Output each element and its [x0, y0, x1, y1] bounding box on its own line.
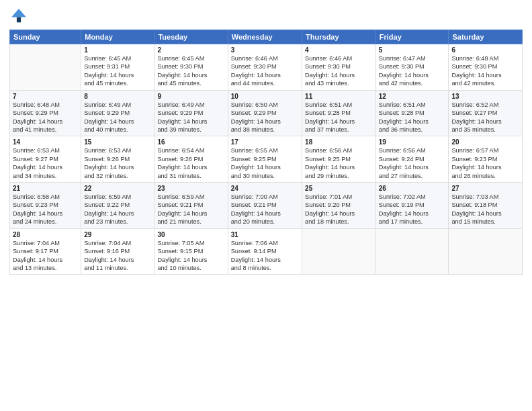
- day-number: 26: [379, 185, 446, 192]
- day-number: 31: [231, 231, 299, 238]
- cell-text: Sunrise: 6:46 AM Sunset: 9:30 PM Dayligh…: [305, 54, 373, 88]
- day-number: 2: [157, 46, 224, 54]
- calendar-cell: 16Sunrise: 6:54 AM Sunset: 9:26 PM Dayli…: [154, 136, 228, 183]
- cell-text: Sunrise: 6:48 AM Sunset: 9:30 PM Dayligh…: [451, 54, 519, 88]
- day-number: 27: [451, 185, 519, 192]
- cell-text: Sunrise: 6:52 AM Sunset: 9:27 PM Dayligh…: [451, 101, 519, 134]
- cell-text: Sunrise: 7:06 AM Sunset: 9:14 PM Dayligh…: [231, 239, 299, 273]
- header: [9, 7, 523, 26]
- page: SundayMondayTuesdayWednesdayThursdayFrid…: [0, 0, 532, 411]
- day-number: 1: [84, 46, 151, 54]
- calendar-cell: 17Sunrise: 6:55 AM Sunset: 9:25 PM Dayli…: [228, 136, 302, 183]
- calendar-cell: [10, 44, 81, 91]
- calendar-cell: 22Sunrise: 6:59 AM Sunset: 9:22 PM Dayli…: [81, 183, 154, 229]
- calendar: SundayMondayTuesdayWednesdayThursdayFrid…: [9, 30, 523, 275]
- cell-text: Sunrise: 6:45 AM Sunset: 9:30 PM Dayligh…: [157, 54, 224, 88]
- calendar-cell: 21Sunrise: 6:58 AM Sunset: 9:23 PM Dayli…: [10, 183, 81, 229]
- calendar-cell: 2Sunrise: 6:45 AM Sunset: 9:30 PM Daylig…: [154, 44, 228, 91]
- day-number: 8: [84, 93, 151, 100]
- week-row-5: 28Sunrise: 7:04 AM Sunset: 9:17 PM Dayli…: [10, 228, 523, 275]
- day-number: 7: [13, 93, 78, 100]
- weekday-header-row: SundayMondayTuesdayWednesdayThursdayFrid…: [10, 30, 523, 44]
- calendar-cell: 26Sunrise: 7:02 AM Sunset: 9:19 PM Dayli…: [375, 183, 449, 229]
- cell-text: Sunrise: 6:51 AM Sunset: 9:28 PM Dayligh…: [379, 101, 446, 134]
- calendar-cell: 6Sunrise: 6:48 AM Sunset: 9:30 PM Daylig…: [449, 44, 523, 91]
- calendar-cell: [449, 228, 523, 275]
- calendar-cell: 10Sunrise: 6:50 AM Sunset: 9:29 PM Dayli…: [228, 90, 302, 136]
- cell-text: Sunrise: 6:56 AM Sunset: 9:25 PM Dayligh…: [305, 146, 373, 180]
- calendar-cell: 28Sunrise: 7:04 AM Sunset: 9:17 PM Dayli…: [10, 228, 81, 275]
- weekday-header-monday: Monday: [81, 30, 154, 44]
- day-number: 19: [379, 138, 446, 146]
- calendar-cell: 12Sunrise: 6:51 AM Sunset: 9:28 PM Dayli…: [375, 90, 449, 136]
- cell-text: Sunrise: 6:59 AM Sunset: 9:22 PM Dayligh…: [84, 193, 151, 226]
- cell-text: Sunrise: 6:49 AM Sunset: 9:29 PM Dayligh…: [84, 101, 151, 134]
- weekday-header-thursday: Thursday: [302, 30, 376, 44]
- calendar-cell: 7Sunrise: 6:48 AM Sunset: 9:29 PM Daylig…: [10, 90, 81, 136]
- cell-text: Sunrise: 7:01 AM Sunset: 9:20 PM Dayligh…: [305, 193, 373, 226]
- svg-rect-1: [17, 17, 21, 23]
- calendar-cell: 23Sunrise: 6:59 AM Sunset: 9:21 PM Dayli…: [154, 183, 228, 229]
- cell-text: Sunrise: 6:46 AM Sunset: 9:30 PM Dayligh…: [231, 54, 299, 88]
- week-row-2: 7Sunrise: 6:48 AM Sunset: 9:29 PM Daylig…: [10, 90, 523, 136]
- day-number: 5: [379, 46, 446, 54]
- day-number: 4: [305, 46, 373, 54]
- calendar-cell: 24Sunrise: 7:00 AM Sunset: 9:21 PM Dayli…: [228, 183, 302, 229]
- cell-text: Sunrise: 7:05 AM Sunset: 9:15 PM Dayligh…: [157, 239, 224, 273]
- calendar-cell: 9Sunrise: 6:49 AM Sunset: 9:29 PM Daylig…: [154, 90, 228, 136]
- cell-text: Sunrise: 6:49 AM Sunset: 9:29 PM Dayligh…: [157, 101, 224, 134]
- cell-text: Sunrise: 6:53 AM Sunset: 9:26 PM Dayligh…: [84, 146, 151, 180]
- cell-text: Sunrise: 7:03 AM Sunset: 9:18 PM Dayligh…: [451, 193, 519, 226]
- cell-text: Sunrise: 7:00 AM Sunset: 9:21 PM Dayligh…: [231, 193, 299, 226]
- cell-text: Sunrise: 6:59 AM Sunset: 9:21 PM Dayligh…: [157, 193, 224, 226]
- day-number: 17: [231, 138, 299, 146]
- weekday-header-friday: Friday: [375, 30, 449, 44]
- calendar-cell: 20Sunrise: 6:57 AM Sunset: 9:23 PM Dayli…: [449, 136, 523, 183]
- cell-text: Sunrise: 6:58 AM Sunset: 9:23 PM Dayligh…: [13, 193, 78, 226]
- calendar-cell: 15Sunrise: 6:53 AM Sunset: 9:26 PM Dayli…: [81, 136, 154, 183]
- day-number: 15: [84, 138, 151, 146]
- day-number: 9: [157, 93, 224, 100]
- svg-marker-0: [11, 9, 26, 17]
- day-number: 22: [84, 185, 151, 192]
- calendar-cell: [375, 228, 449, 275]
- calendar-cell: 29Sunrise: 7:04 AM Sunset: 9:16 PM Dayli…: [81, 228, 154, 275]
- day-number: 23: [157, 185, 224, 192]
- cell-text: Sunrise: 7:04 AM Sunset: 9:17 PM Dayligh…: [13, 239, 78, 273]
- calendar-cell: 8Sunrise: 6:49 AM Sunset: 9:29 PM Daylig…: [81, 90, 154, 136]
- week-row-1: 1Sunrise: 6:45 AM Sunset: 9:31 PM Daylig…: [10, 44, 523, 91]
- week-row-4: 21Sunrise: 6:58 AM Sunset: 9:23 PM Dayli…: [10, 183, 523, 229]
- cell-text: Sunrise: 6:53 AM Sunset: 9:27 PM Dayligh…: [13, 146, 78, 180]
- cell-text: Sunrise: 6:57 AM Sunset: 9:23 PM Dayligh…: [451, 146, 519, 180]
- calendar-cell: [302, 228, 376, 275]
- day-number: 30: [157, 231, 224, 238]
- day-number: 16: [157, 138, 224, 146]
- day-number: 11: [305, 93, 373, 100]
- calendar-cell: 4Sunrise: 6:46 AM Sunset: 9:30 PM Daylig…: [302, 44, 376, 91]
- weekday-header-sunday: Sunday: [10, 30, 81, 44]
- weekday-header-wednesday: Wednesday: [228, 30, 302, 44]
- day-number: 6: [451, 46, 519, 54]
- logo: [9, 7, 31, 26]
- calendar-cell: 1Sunrise: 6:45 AM Sunset: 9:31 PM Daylig…: [81, 44, 154, 91]
- day-number: 18: [305, 138, 373, 146]
- calendar-cell: 14Sunrise: 6:53 AM Sunset: 9:27 PM Dayli…: [10, 136, 81, 183]
- weekday-header-tuesday: Tuesday: [154, 30, 228, 44]
- cell-text: Sunrise: 6:47 AM Sunset: 9:30 PM Dayligh…: [379, 54, 446, 88]
- cell-text: Sunrise: 6:51 AM Sunset: 9:28 PM Dayligh…: [305, 101, 373, 134]
- day-number: 10: [231, 93, 299, 100]
- day-number: 21: [13, 185, 78, 192]
- cell-text: Sunrise: 6:45 AM Sunset: 9:31 PM Dayligh…: [84, 54, 151, 88]
- logo-icon: [9, 7, 28, 26]
- day-number: 24: [231, 185, 299, 192]
- cell-text: Sunrise: 6:54 AM Sunset: 9:26 PM Dayligh…: [157, 146, 224, 180]
- day-number: 20: [451, 138, 519, 146]
- calendar-cell: 3Sunrise: 6:46 AM Sunset: 9:30 PM Daylig…: [228, 44, 302, 91]
- calendar-cell: 30Sunrise: 7:05 AM Sunset: 9:15 PM Dayli…: [154, 228, 228, 275]
- day-number: 28: [13, 231, 78, 238]
- day-number: 14: [13, 138, 78, 146]
- cell-text: Sunrise: 7:02 AM Sunset: 9:19 PM Dayligh…: [379, 193, 446, 226]
- day-number: 25: [305, 185, 373, 192]
- calendar-cell: 25Sunrise: 7:01 AM Sunset: 9:20 PM Dayli…: [302, 183, 376, 229]
- cell-text: Sunrise: 6:48 AM Sunset: 9:29 PM Dayligh…: [13, 101, 78, 134]
